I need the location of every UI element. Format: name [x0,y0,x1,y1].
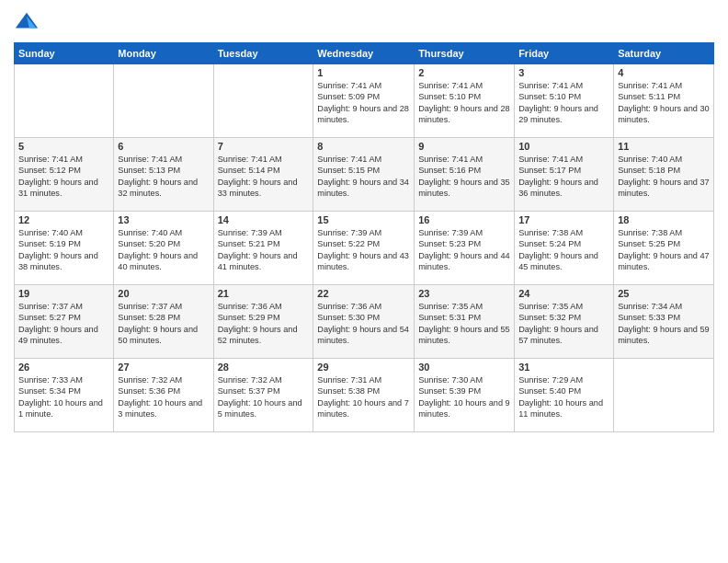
day-info: Sunrise: 7:40 AM Sunset: 5:19 PM Dayligh… [18,227,109,273]
day-number: 20 [118,288,209,299]
calendar-day-cell: 10Sunrise: 7:41 AM Sunset: 5:17 PM Dayli… [515,138,614,212]
calendar-day-cell [614,359,714,432]
day-number: 24 [518,288,609,299]
day-number: 21 [218,288,310,299]
day-number: 18 [618,214,710,225]
calendar-day-cell: 3Sunrise: 7:41 AM Sunset: 5:10 PM Daylig… [515,64,614,138]
calendar-day-cell: 29Sunrise: 7:31 AM Sunset: 5:38 PM Dayli… [313,359,415,432]
calendar-day-cell: 17Sunrise: 7:38 AM Sunset: 5:24 PM Dayli… [515,212,614,285]
day-info: Sunrise: 7:37 AM Sunset: 5:27 PM Dayligh… [18,301,109,347]
calendar-day-cell: 15Sunrise: 7:39 AM Sunset: 5:22 PM Dayli… [313,212,415,285]
calendar-day-cell: 9Sunrise: 7:41 AM Sunset: 5:16 PM Daylig… [415,138,515,212]
day-info: Sunrise: 7:33 AM Sunset: 5:34 PM Dayligh… [18,374,109,420]
day-info: Sunrise: 7:34 AM Sunset: 5:33 PM Dayligh… [618,301,710,347]
calendar-day-cell: 1Sunrise: 7:41 AM Sunset: 5:09 PM Daylig… [313,64,415,138]
day-info: Sunrise: 7:30 AM Sunset: 5:39 PM Dayligh… [418,374,510,420]
day-number: 17 [518,214,609,225]
calendar-day-cell [213,64,313,138]
day-number: 9 [418,141,510,152]
calendar-day-cell: 27Sunrise: 7:32 AM Sunset: 5:36 PM Dayli… [114,359,213,432]
day-info: Sunrise: 7:40 AM Sunset: 5:20 PM Dayligh… [118,227,209,273]
calendar-day-cell: 25Sunrise: 7:34 AM Sunset: 5:33 PM Dayli… [614,285,714,359]
day-number: 5 [18,141,109,152]
day-number: 22 [317,288,410,299]
day-info: Sunrise: 7:41 AM Sunset: 5:14 PM Dayligh… [218,154,310,200]
calendar-day-header: Sunday [15,43,114,64]
calendar-day-cell: 2Sunrise: 7:41 AM Sunset: 5:10 PM Daylig… [415,64,515,138]
svg-marker-0 [16,13,38,29]
day-info: Sunrise: 7:31 AM Sunset: 5:38 PM Dayligh… [317,374,410,420]
day-number: 13 [118,214,209,225]
calendar-day-cell: 11Sunrise: 7:40 AM Sunset: 5:18 PM Dayli… [614,138,714,212]
day-info: Sunrise: 7:41 AM Sunset: 5:10 PM Dayligh… [418,80,510,126]
day-number: 1 [317,67,410,78]
day-info: Sunrise: 7:37 AM Sunset: 5:28 PM Dayligh… [118,301,209,347]
day-info: Sunrise: 7:41 AM Sunset: 5:10 PM Dayligh… [518,80,609,126]
header [14,9,714,35]
day-info: Sunrise: 7:35 AM Sunset: 5:32 PM Dayligh… [518,301,609,347]
calendar-day-cell: 5Sunrise: 7:41 AM Sunset: 5:12 PM Daylig… [15,138,114,212]
day-info: Sunrise: 7:41 AM Sunset: 5:15 PM Dayligh… [317,154,410,200]
day-number: 26 [18,362,109,373]
calendar-day-header: Thursday [415,43,515,64]
day-info: Sunrise: 7:39 AM Sunset: 5:23 PM Dayligh… [418,227,510,273]
calendar-week-row: 26Sunrise: 7:33 AM Sunset: 5:34 PM Dayli… [15,359,714,432]
day-info: Sunrise: 7:41 AM Sunset: 5:09 PM Dayligh… [317,80,410,126]
day-info: Sunrise: 7:29 AM Sunset: 5:40 PM Dayligh… [518,374,609,420]
day-info: Sunrise: 7:32 AM Sunset: 5:36 PM Dayligh… [118,374,209,420]
calendar-day-cell: 4Sunrise: 7:41 AM Sunset: 5:11 PM Daylig… [614,64,714,138]
logo [14,9,43,35]
day-info: Sunrise: 7:38 AM Sunset: 5:24 PM Dayligh… [518,227,609,273]
calendar-day-header: Wednesday [313,43,415,64]
day-info: Sunrise: 7:41 AM Sunset: 5:16 PM Dayligh… [418,154,510,200]
calendar-day-header: Saturday [614,43,714,64]
day-info: Sunrise: 7:40 AM Sunset: 5:18 PM Dayligh… [618,154,710,200]
day-number: 6 [118,141,209,152]
calendar-table: SundayMondayTuesdayWednesdayThursdayFrid… [14,42,714,432]
day-number: 12 [18,214,109,225]
calendar-week-row: 19Sunrise: 7:37 AM Sunset: 5:27 PM Dayli… [15,285,714,359]
calendar-day-cell [15,64,114,138]
day-info: Sunrise: 7:38 AM Sunset: 5:25 PM Dayligh… [618,227,710,273]
day-number: 23 [418,288,510,299]
day-info: Sunrise: 7:39 AM Sunset: 5:22 PM Dayligh… [317,227,410,273]
calendar-day-cell: 8Sunrise: 7:41 AM Sunset: 5:15 PM Daylig… [313,138,415,212]
day-info: Sunrise: 7:36 AM Sunset: 5:30 PM Dayligh… [317,301,410,347]
day-number: 4 [618,67,710,78]
calendar-day-cell: 31Sunrise: 7:29 AM Sunset: 5:40 PM Dayli… [515,359,614,432]
calendar-week-row: 12Sunrise: 7:40 AM Sunset: 5:19 PM Dayli… [15,212,714,285]
day-number: 25 [618,288,710,299]
day-number: 2 [418,67,510,78]
day-info: Sunrise: 7:35 AM Sunset: 5:31 PM Dayligh… [418,301,510,347]
day-number: 30 [418,362,510,373]
calendar-day-cell: 19Sunrise: 7:37 AM Sunset: 5:27 PM Dayli… [15,285,114,359]
day-number: 27 [118,362,209,373]
day-number: 3 [518,67,609,78]
calendar-day-header: Tuesday [213,43,313,64]
day-number: 16 [418,214,510,225]
calendar-day-cell [114,64,213,138]
logo-icon [14,9,40,35]
calendar-day-cell: 13Sunrise: 7:40 AM Sunset: 5:20 PM Dayli… [114,212,213,285]
day-number: 8 [317,141,410,152]
calendar-day-header: Monday [114,43,213,64]
day-info: Sunrise: 7:41 AM Sunset: 5:11 PM Dayligh… [618,80,710,126]
day-number: 15 [317,214,410,225]
day-number: 7 [218,141,310,152]
calendar-header-row: SundayMondayTuesdayWednesdayThursdayFrid… [15,43,714,64]
day-number: 31 [518,362,609,373]
day-number: 19 [18,288,109,299]
calendar-day-cell: 30Sunrise: 7:30 AM Sunset: 5:39 PM Dayli… [415,359,515,432]
calendar-day-cell: 12Sunrise: 7:40 AM Sunset: 5:19 PM Dayli… [15,212,114,285]
day-number: 28 [218,362,310,373]
calendar-day-cell: 6Sunrise: 7:41 AM Sunset: 5:13 PM Daylig… [114,138,213,212]
calendar-day-cell: 21Sunrise: 7:36 AM Sunset: 5:29 PM Dayli… [213,285,313,359]
day-info: Sunrise: 7:32 AM Sunset: 5:37 PM Dayligh… [218,374,310,420]
day-number: 14 [218,214,310,225]
day-info: Sunrise: 7:41 AM Sunset: 5:13 PM Dayligh… [118,154,209,200]
calendar-day-cell: 24Sunrise: 7:35 AM Sunset: 5:32 PM Dayli… [515,285,614,359]
day-info: Sunrise: 7:39 AM Sunset: 5:21 PM Dayligh… [218,227,310,273]
calendar-day-cell: 22Sunrise: 7:36 AM Sunset: 5:30 PM Dayli… [313,285,415,359]
calendar-day-header: Friday [515,43,614,64]
day-info: Sunrise: 7:41 AM Sunset: 5:12 PM Dayligh… [18,154,109,200]
